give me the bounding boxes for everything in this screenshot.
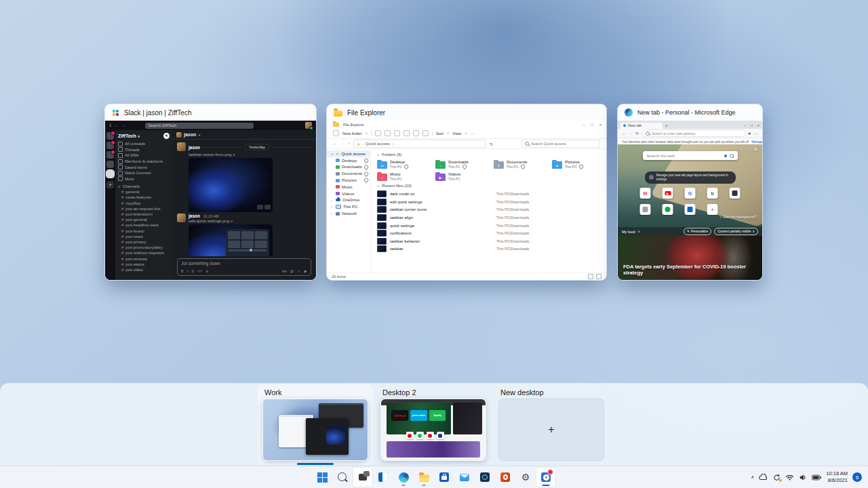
sidebar-item-this-pc: › This PC [327, 203, 370, 210]
documents-icon [336, 172, 340, 176]
message: jason 11:13 AM edit-quick-settings.png ∨ [177, 214, 311, 256]
desktop-2[interactable]: Desktop 2 NETFLIX prime video Spotify [381, 384, 486, 466]
onedrive-cloud-icon [336, 199, 340, 201]
taskbar-slack-button[interactable] [536, 468, 555, 487]
wifi-tray-icon[interactable] [785, 474, 794, 481]
widgets-button[interactable] [374, 468, 393, 487]
edge-window-title: New tab - Personal - Microsoft Edge [637, 109, 736, 116]
date-divider-pill: Yesterday [245, 144, 269, 150]
window-file-explorer[interactable]: File Explorer File Explorer – □ × New fo… [327, 104, 606, 280]
folder-tile-music: ♪ Music This PC [377, 172, 435, 181]
tray-overflow-chevron-icon[interactable]: ∧ [751, 474, 754, 480]
explorer-sidebar: ∨ ★ Quick access Desktop Downloads [327, 149, 371, 274]
site-icon: M [644, 191, 648, 196]
window-slack[interactable]: Slack | jason | ZiffTech ≡ ← → Search Zi… [105, 104, 316, 280]
taskbar-store-button[interactable] [435, 468, 454, 487]
recent-file-row: taskbar alignThis PC\Downloads [377, 214, 600, 222]
taskbar-file-explorer-button[interactable] [414, 468, 433, 487]
mini-app-icon [406, 432, 414, 439]
this-pc-icon [336, 205, 341, 209]
message-composer: Jot something down B I S </> ≡ Aa @ ☺ [177, 258, 311, 276]
explorer-app-body: File Explorer – □ × New folder ∨ [327, 121, 606, 280]
chevron-down-icon: ∨ [752, 230, 755, 233]
taskbar-edge-button[interactable] [394, 468, 413, 487]
file-thumbnail [377, 245, 387, 252]
slack-window-title: Slack | jason | ZiffTech [124, 109, 192, 117]
clock[interactable]: 10:18 AM 8/6/2021 [826, 470, 848, 484]
message-attachment-name: edit-quick-settings.png ∨ [189, 219, 311, 223]
formatting-icon: B [181, 269, 184, 273]
workspace-active-icon [106, 170, 114, 178]
large-icons-view-icon [596, 274, 601, 279]
chevron-down-icon: ∨ [638, 230, 640, 233]
taskbar-mail-button[interactable] [455, 468, 474, 487]
details-view-icon [588, 274, 593, 279]
background-feedback-prompt: ✓ Like this background? [719, 215, 756, 219]
check-icon: ✓ [719, 215, 722, 219]
onedrive-tray-icon[interactable] [759, 474, 768, 481]
youtube-icon: ▶ [665, 191, 671, 195]
desktop-new[interactable]: New desktop + [499, 384, 604, 466]
folder-icon: ▲ [552, 161, 562, 169]
slack-user-avatar [305, 122, 312, 129]
search-icon [338, 472, 347, 481]
forward-icon: → [123, 123, 127, 127]
file-thumbnail [377, 238, 387, 245]
plus-icon: + [499, 399, 604, 460]
mini-article-tile [453, 403, 482, 434]
cut-icon [375, 130, 381, 136]
folder-tile-pictures: ▲ Pictures This PC [552, 160, 606, 169]
channel-item: #general [115, 189, 172, 195]
chevron-down-icon: ∨ [138, 134, 140, 138]
windows-start-icon [317, 472, 328, 483]
new-folder-button: New folder [342, 131, 362, 136]
slack-icon [112, 109, 119, 117]
message-avatar [177, 142, 186, 151]
quick-link-tile: b [707, 188, 718, 199]
start-button[interactable] [313, 468, 332, 487]
sidebar-item-documents: Documents [327, 170, 370, 177]
tab-favicon [623, 124, 626, 127]
edge-window-titlebar[interactable]: New tab - Personal - Microsoft Edge [618, 104, 762, 121]
emoji-icon: ☺ [297, 269, 301, 273]
desktop-2-thumbnail[interactable]: NETFLIX prime video Spotify [381, 399, 486, 460]
info-bar-text: Your favorites plus other browser data w… [622, 140, 749, 144]
channel-item: #pcs-status [115, 262, 172, 267]
taskbar-office-button[interactable] [496, 468, 515, 487]
hash-icon: # [121, 201, 123, 205]
desktop-work[interactable]: Work [263, 384, 368, 466]
slack-sidebar: ZiffTech ∨ ✎ All unreads Threads All DMs… [115, 130, 172, 280]
volume-tray-icon[interactable] [799, 474, 807, 481]
cortana-icon [480, 472, 490, 482]
favorites-star-icon: ★ [748, 131, 751, 136]
mini-slack-window [306, 418, 349, 455]
pin-icon [403, 164, 409, 169]
desktop-work-thumbnail[interactable] [263, 399, 368, 460]
taskbar-settings-button[interactable]: ⚙ [516, 468, 535, 487]
message-image-attachment [189, 158, 273, 212]
notification-count-badge[interactable]: 6 [852, 472, 862, 482]
explorer-window-titlebar[interactable]: File Explorer [327, 104, 606, 121]
battery-tray-icon[interactable] [812, 474, 821, 481]
page-settings-gear-icon: ⚙ [753, 147, 757, 152]
chevron-down-icon: ∨ [198, 133, 201, 137]
window-edge[interactable]: New tab - Personal - Microsoft Edge New … [618, 104, 762, 280]
new-desktop-button[interactable]: + [499, 399, 604, 460]
microsoft-store-icon [439, 472, 449, 482]
workspace-switcher-icon [106, 161, 114, 168]
taskbar-cortana-button[interactable] [475, 468, 494, 487]
update-tray-icon[interactable] [773, 474, 781, 481]
more-menu-icon: ⋯ [754, 131, 758, 136]
taskbar-search-button[interactable] [333, 468, 352, 487]
hash-icon: # [121, 251, 123, 255]
task-view-button[interactable] [353, 468, 372, 487]
quick-link-tile [663, 204, 673, 215]
folder-icon: ▶ [435, 174, 446, 181]
slack-window-titlebar[interactable]: Slack | jason | ZiffTech [105, 104, 316, 121]
folder-tile-videos: ▶ Videos This PC [435, 172, 494, 181]
workspace-switcher-icon [106, 132, 114, 140]
chevron-right-icon: › [331, 211, 334, 216]
rename-icon [403, 130, 410, 136]
channel-item: #pcs-promostorydiary [115, 245, 172, 250]
delete-icon [422, 130, 429, 136]
